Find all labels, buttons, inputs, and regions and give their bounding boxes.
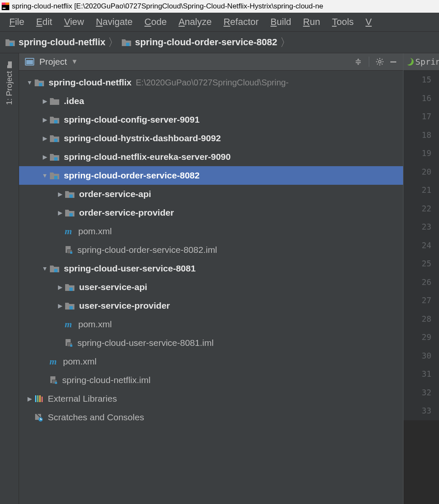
tree-node[interactable]: ▶ External Libraries <box>19 389 403 408</box>
tool-window-stripe-left: 1: Project <box>0 53 19 504</box>
project-tree[interactable]: ▼ spring-cloud-netflixE:\2020GuPao\0727S… <box>19 71 403 504</box>
chevron-right-icon[interactable]: ▶ <box>55 302 65 309</box>
tree-node[interactable]: ▼ spring-cloud-user-service-8081 <box>19 259 403 278</box>
tree-node[interactable]: spring-cloud-netflix.iml <box>19 371 403 389</box>
menu-item-refactor[interactable]: Refactor <box>217 16 264 27</box>
breadcrumb-item[interactable]: spring-cloud-order-service-8082 <box>121 37 277 48</box>
menu-item-navigate[interactable]: Navigate <box>90 16 139 27</box>
tree-node-label: spring-cloud-user-service-8081.iml <box>77 338 214 348</box>
line-number: 33 <box>403 402 431 420</box>
chevron-right-icon[interactable]: ▶ <box>55 191 65 197</box>
menu-item-analyze[interactable]: Analyze <box>173 16 217 27</box>
line-number: 18 <box>403 126 431 145</box>
tree-node[interactable]: m pom.xml <box>19 315 403 334</box>
tree-node[interactable]: ▶ spring-cloud-config-server-9091 <box>19 110 403 129</box>
gear-icon[interactable] <box>375 57 384 66</box>
module-icon <box>49 171 60 180</box>
tree-node[interactable]: ▶ spring-cloud-netflix-eureka-server-909… <box>19 148 403 166</box>
svg-rect-2 <box>5 3 9 5</box>
svg-rect-42 <box>55 382 57 384</box>
chevron-down-icon[interactable]: ▼ <box>25 79 34 86</box>
divider <box>369 57 369 67</box>
folder-icon <box>6 61 12 68</box>
line-number: 20 <box>403 163 431 181</box>
pom-icon: m <box>65 320 74 329</box>
menu-item-code[interactable]: Code <box>139 16 173 27</box>
module-icon <box>34 78 44 87</box>
menu-item-edit[interactable]: Edit <box>30 16 58 27</box>
line-number: 21 <box>403 181 431 200</box>
menu-item-tools[interactable]: Tools <box>326 16 359 27</box>
tree-node-hint: E:\2020GuPao\0727SpringCloud\Spring- <box>136 78 288 88</box>
iml-icon <box>49 376 58 384</box>
line-number: 32 <box>403 383 431 402</box>
svg-line-16 <box>377 64 378 65</box>
line-number: 24 <box>403 236 431 255</box>
tree-node[interactable]: ▼ spring-cloud-netflixE:\2020GuPao\0727S… <box>19 73 403 92</box>
editor-tab[interactable]: Sprin <box>403 53 439 71</box>
menu-item-v[interactable]: V <box>359 16 378 27</box>
tree-node-label: user-service-api <box>79 282 147 292</box>
breadcrumb-label: spring-cloud-order-service-8082 <box>135 37 277 48</box>
tree-node-label: spring-cloud-netflix-eureka-server-9090 <box>64 152 230 162</box>
tree-node[interactable]: ▶ user-service-api <box>19 278 403 296</box>
tree-node[interactable]: spring-cloud-user-service-8081.iml <box>19 334 403 352</box>
menu-item-build[interactable]: Build <box>265 16 297 27</box>
chevron-right-icon[interactable]: ▶ <box>25 395 34 402</box>
chevron-right-icon: 〉 <box>280 37 291 48</box>
module-icon <box>49 264 60 273</box>
minimize-icon[interactable] <box>389 57 398 66</box>
menu-item-run[interactable]: Run <box>297 16 326 27</box>
editor-area: Sprin 1516171819202122232425262728293031… <box>403 53 439 504</box>
tree-node[interactable]: ▶ .idea <box>19 92 403 110</box>
chevron-right-icon[interactable]: ▶ <box>55 284 65 290</box>
chevron-right-icon[interactable]: ▶ <box>40 135 49 142</box>
svg-rect-20 <box>54 139 58 142</box>
chevron-down-icon[interactable]: ▼ <box>40 265 49 272</box>
menu-item-file[interactable]: File <box>3 16 30 27</box>
svg-rect-7 <box>26 60 33 64</box>
chevron-right-icon[interactable]: ▶ <box>40 153 49 160</box>
scroll-sync-icon[interactable] <box>354 57 363 66</box>
tree-node[interactable]: spring-cloud-order-service-8082.iml <box>19 241 403 259</box>
svg-text:m: m <box>65 227 72 236</box>
tree-node-label: spring-cloud-user-service-8081 <box>64 263 196 274</box>
line-number: 16 <box>403 89 431 108</box>
svg-rect-45 <box>39 395 41 402</box>
chevron-down-icon[interactable]: ▼ <box>40 172 49 179</box>
tree-node[interactable]: Scratches and Consoles <box>19 408 403 427</box>
chevron-down-icon[interactable]: ▼ <box>71 58 78 66</box>
tree-node-label: pom.xml <box>78 319 112 329</box>
svg-rect-24 <box>69 213 73 216</box>
tree-node[interactable]: ▶ order-service-provider <box>19 203 403 222</box>
tree-node-label: pom.xml <box>78 226 112 236</box>
pom-icon: m <box>65 227 74 236</box>
module-icon <box>65 283 75 291</box>
chevron-right-icon: 〉 <box>108 37 119 48</box>
tree-node[interactable]: m pom.xml <box>19 222 403 241</box>
libraries-icon <box>34 394 44 403</box>
line-number: 15 <box>403 71 431 89</box>
line-number: 27 <box>403 291 431 310</box>
svg-rect-31 <box>69 288 73 291</box>
editor-tab-label: Sprin <box>415 57 439 67</box>
line-number-gutter: 15161718192021222324252627282930313233 <box>403 71 439 420</box>
window-title-bar: spring-cloud-netflix [E:\2020GuPao\0727S… <box>0 0 439 13</box>
tree-node-label: spring-cloud-netflix <box>49 77 132 88</box>
tree-node[interactable]: ▶ order-service-api <box>19 185 403 203</box>
svg-rect-46 <box>41 397 43 402</box>
chevron-right-icon[interactable]: ▶ <box>40 98 49 104</box>
svg-rect-43 <box>35 395 36 402</box>
navigation-breadcrumb: spring-cloud-netflix〉 spring-cloud-order… <box>0 32 439 53</box>
tree-node[interactable]: ▶ spring-cloud-hystrix-dashboard-9092 <box>19 129 403 148</box>
project-tool-tab[interactable]: 1: Project <box>5 62 14 105</box>
tree-node[interactable]: m pom.xml <box>19 352 403 371</box>
chevron-right-icon[interactable]: ▶ <box>55 209 65 216</box>
tree-node[interactable]: ▼ spring-cloud-order-service-8082 <box>19 166 403 185</box>
breadcrumb-item[interactable]: spring-cloud-netflix <box>5 37 105 48</box>
menu-item-view[interactable]: View <box>58 16 90 27</box>
chevron-right-icon[interactable]: ▶ <box>40 116 49 123</box>
project-view-icon <box>24 57 35 66</box>
project-panel-title: Project <box>39 57 67 67</box>
tree-node[interactable]: ▶ user-service-provider <box>19 296 403 315</box>
